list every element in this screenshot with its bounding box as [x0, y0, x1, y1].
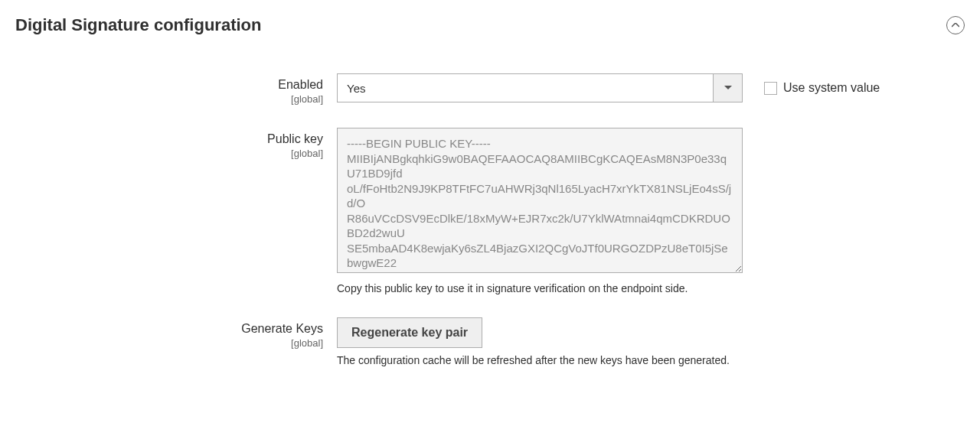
- section-title: Digital Signature configuration: [15, 15, 261, 35]
- enabled-select-value: Yes: [338, 82, 713, 95]
- public-key-scope: [global]: [15, 148, 323, 159]
- form-row-generate-keys: Generate Keys [global] Regenerate key pa…: [15, 317, 965, 366]
- use-system-value-checkbox[interactable]: [764, 82, 777, 95]
- enabled-select[interactable]: Yes: [337, 73, 743, 102]
- select-arrow: [713, 74, 742, 102]
- regenerate-key-pair-button[interactable]: Regenerate key pair: [337, 317, 482, 348]
- public-key-help: Copy this public key to use it in signat…: [337, 282, 743, 294]
- use-system-value-wrap[interactable]: Use system value: [764, 81, 880, 95]
- public-key-textarea[interactable]: [337, 128, 743, 273]
- form-row-enabled: Enabled [global] Yes Use system value: [15, 73, 965, 105]
- collapse-toggle[interactable]: [946, 16, 965, 34]
- chevron-down-icon: [724, 86, 732, 90]
- form-row-public-key: Public key [global] Copy this public key…: [15, 128, 965, 294]
- enabled-label: Enabled: [15, 78, 323, 92]
- public-key-label: Public key: [15, 132, 323, 146]
- generate-keys-scope: [global]: [15, 337, 323, 349]
- generate-keys-help: The configuration cache will be refreshe…: [337, 354, 743, 366]
- enabled-scope: [global]: [15, 93, 323, 105]
- chevron-up-icon: [952, 23, 959, 28]
- generate-keys-label: Generate Keys: [15, 322, 323, 336]
- use-system-value-label: Use system value: [783, 81, 880, 95]
